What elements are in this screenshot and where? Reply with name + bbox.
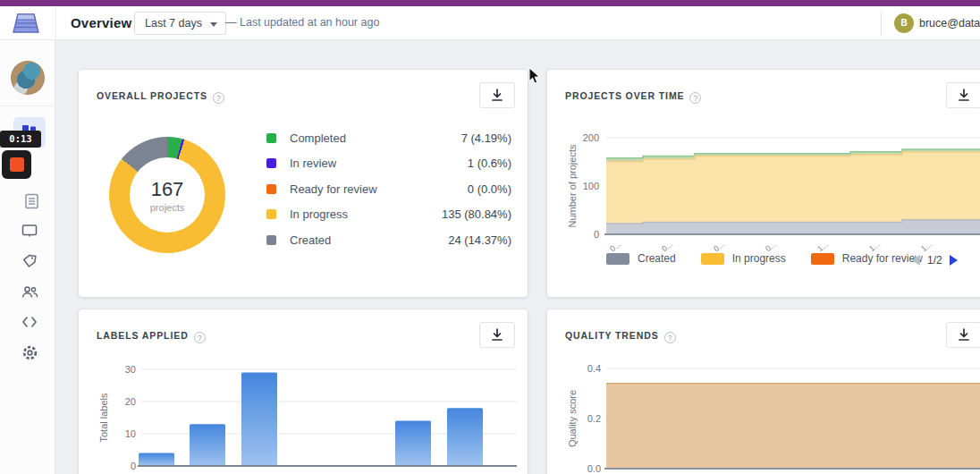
download-icon (491, 328, 503, 342)
code-icon (21, 315, 38, 329)
svg-text:0: 0 (131, 461, 136, 471)
legend-label: In progress (732, 252, 786, 265)
pager-next-icon[interactable] (950, 255, 958, 266)
projects-over-time-card: PROJECTS OVER TIME? 20010000...0...0...0… (547, 70, 980, 297)
legend-item[interactable]: Completed7 (4.19%) (266, 125, 511, 151)
overall-projects-card: OVERALL PROJECTS? 167 projects Completed… (79, 70, 528, 297)
user-divider (881, 11, 882, 36)
card-title: PROJECTS OVER TIME? (565, 90, 701, 104)
legend-item[interactable]: In progress135 (80.84%) (266, 202, 511, 228)
header: Overview Last 7 days — Last updated at a… (0, 6, 980, 40)
date-range-label: Last 7 days (145, 17, 202, 30)
workspace-avatar[interactable] (11, 61, 45, 95)
legend-swatch (266, 133, 276, 143)
stacked-area-chart[interactable]: 20010000...0...0...0...1...1...1...Numbe… (565, 123, 980, 267)
legend-swatch (266, 209, 276, 219)
download-icon (958, 89, 970, 102)
sidebar-item-projects[interactable] (16, 186, 48, 216)
svg-text:0.0: 0.0 (587, 463, 601, 474)
legend-label: In progress (290, 207, 348, 221)
legend-value: 135 (80.84%) (442, 207, 511, 221)
legend-item[interactable]: In review1 (0.6%) (266, 151, 511, 177)
sidebar-item-members[interactable] (13, 276, 46, 307)
users-icon (21, 284, 38, 300)
svg-text:100: 100 (583, 181, 599, 191)
labels-applied-card: LABELS APPLIED? 30201000...0...0...0...1… (79, 309, 528, 474)
help-icon[interactable]: ? (213, 92, 224, 104)
svg-text:Quality score: Quality score (567, 390, 578, 447)
projects-list-icon (24, 193, 40, 209)
monitor-icon (21, 223, 38, 239)
svg-text:Number of projects: Number of projects (567, 144, 578, 227)
svg-text:1...: 1... (404, 470, 418, 474)
donut-center: 167 projects (130, 157, 205, 233)
legend-swatch (266, 235, 276, 245)
legend-item[interactable]: Created (606, 252, 676, 265)
legend-label: Ready for review (290, 182, 377, 196)
card-title: LABELS APPLIED? (97, 330, 206, 343)
user-avatar[interactable]: B (894, 13, 914, 33)
legend-item[interactable]: Created24 (14.37%) (266, 227, 511, 253)
legend-label: Created (638, 252, 676, 265)
help-icon[interactable]: ? (664, 332, 676, 343)
pager-prev-icon[interactable] (912, 255, 920, 266)
svg-text:20: 20 (125, 396, 136, 407)
legend-swatch (266, 158, 276, 168)
bar-chart[interactable]: 30201000...0...0...0...1...1...1...Total… (97, 359, 526, 474)
card-title: QUALITY TRENDS? (565, 330, 676, 343)
donut-legend: Completed7 (4.19%)In review1 (0.6%)Ready… (266, 125, 511, 253)
svg-text:0...: 0... (250, 470, 265, 474)
svg-text:0...: 0... (301, 470, 316, 474)
donut-unit: projects (150, 202, 185, 213)
svg-text:0: 0 (594, 229, 599, 240)
legend-label: Completed (290, 131, 346, 145)
legend-value: 7 (4.19%) (461, 131, 511, 145)
svg-text:10: 10 (125, 428, 136, 439)
legend-swatch (266, 184, 276, 194)
svg-text:0...: 0... (148, 470, 162, 474)
download-icon (491, 89, 503, 102)
header-divider (55, 6, 56, 40)
app-logo-icon[interactable] (11, 9, 41, 38)
sidebar-item-code[interactable] (13, 307, 46, 337)
download-button[interactable] (946, 322, 980, 348)
sidebar (0, 40, 55, 474)
legend-value: 1 (0.6%) (468, 157, 511, 170)
download-button[interactable] (479, 322, 515, 348)
recording-timer: 0:13 (0, 131, 41, 148)
sidebar-item-catalog[interactable] (13, 216, 46, 246)
legend-pager: 1/2 (912, 254, 958, 267)
quality-trends-card: QUALITY TRENDS? 0.40.20.0Quality score (547, 309, 980, 474)
legend-swatch (701, 253, 724, 265)
svg-text:1...: 1... (353, 470, 368, 474)
download-button[interactable] (479, 82, 515, 108)
legend-swatch (811, 253, 834, 265)
mouse-cursor (528, 67, 541, 85)
top-accent-bar (0, 0, 980, 6)
download-button[interactable] (946, 82, 980, 108)
legend-value: 0 (0.0%) (468, 182, 511, 196)
svg-text:Total labels: Total labels (98, 393, 109, 443)
help-icon[interactable]: ? (689, 92, 701, 104)
legend-item[interactable]: Ready for review0 (0.0%) (266, 176, 511, 202)
date-range-dropdown[interactable]: Last 7 days (134, 12, 226, 35)
svg-text:0.4: 0.4 (587, 363, 601, 374)
sidebar-item-labels[interactable] (13, 246, 46, 276)
download-icon (958, 328, 970, 342)
projects-donut-chart[interactable]: 167 projects (109, 137, 225, 253)
legend-value: 24 (14.37%) (448, 233, 511, 247)
legend-label: Ready for review (842, 252, 923, 265)
last-updated-text: — Last updated at an hour ago (225, 16, 379, 29)
sidebar-item-settings[interactable] (13, 337, 46, 368)
svg-text:0.2: 0.2 (587, 413, 601, 424)
chart-legend: CreatedIn progressReady for review (606, 252, 948, 265)
legend-label: In review (290, 157, 336, 170)
svg-text:0...: 0... (199, 470, 213, 474)
legend-swatch (606, 253, 629, 265)
area-chart[interactable]: 0.40.20.0Quality score (565, 359, 980, 474)
user-email[interactable]: bruce@datas (919, 17, 980, 30)
help-icon[interactable]: ? (194, 332, 206, 343)
legend-item[interactable]: In progress (701, 252, 786, 265)
legend-item[interactable]: Ready for review (811, 252, 923, 265)
recording-stop-button[interactable] (2, 150, 31, 179)
